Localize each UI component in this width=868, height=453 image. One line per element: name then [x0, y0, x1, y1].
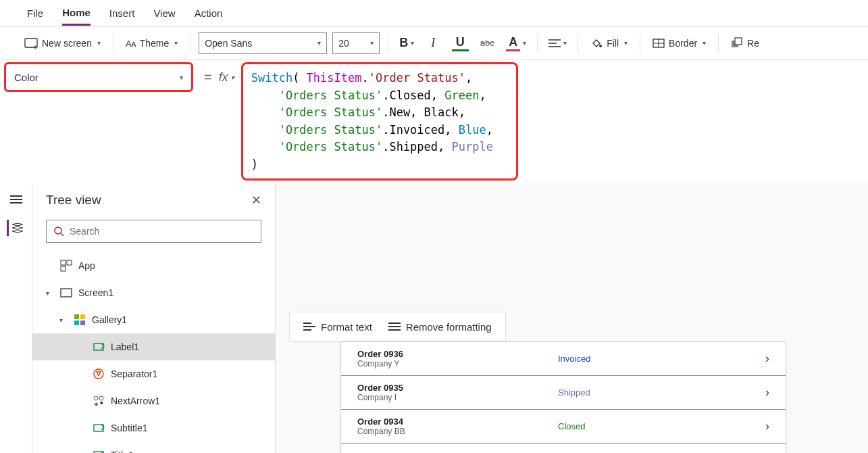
screen-icon — [24, 38, 38, 49]
chevron-right-icon[interactable]: › — [761, 451, 773, 453]
order-subtitle: Company I — [357, 393, 432, 402]
order-title: Order 0934 — [357, 416, 432, 427]
tree-node-separator1[interactable]: Separator1 — [32, 360, 275, 387]
menubar: File Home Insert View Action — [0, 0, 868, 27]
font-select[interactable]: Open Sans ▾ — [199, 32, 327, 54]
tree-view-panel: Tree view ✕ App ▾ Screen1 ▾ — [32, 183, 276, 453]
search-input[interactable] — [70, 226, 254, 237]
tree-label: Subtitle1 — [111, 423, 147, 433]
separator — [640, 34, 640, 53]
menu-insert[interactable]: Insert — [109, 2, 135, 24]
nextarrow-node-icon — [92, 394, 105, 408]
tree-node-nextarrow1[interactable]: NextArrow1 — [32, 387, 275, 414]
strike-icon: abc — [480, 38, 494, 48]
font-size-select[interactable]: 20 ▾ — [332, 32, 380, 54]
chevron-down-icon: ▾ — [180, 74, 183, 81]
tree-node-gallery1[interactable]: ▾ Gallery1 — [32, 306, 275, 333]
bold-icon: B — [399, 36, 408, 50]
left-rail — [0, 183, 32, 453]
order-title: Order 0935 — [357, 383, 432, 393]
chevron-down-icon: ▾ — [624, 39, 628, 47]
remove-formatting-icon — [388, 322, 401, 331]
label-icon — [92, 448, 105, 453]
order-status: Closed — [558, 421, 639, 431]
italic-icon: I — [431, 36, 435, 50]
chevron-down-icon: ▾ — [703, 39, 706, 47]
caret-icon: ▾ — [59, 316, 68, 324]
screen-icon — [59, 286, 73, 300]
svg-rect-20 — [61, 289, 72, 297]
svg-point-27 — [94, 396, 98, 400]
property-select[interactable]: Color ▾ — [4, 62, 193, 92]
underline-button[interactable]: U — [449, 32, 471, 54]
tree-view-rail-icon[interactable] — [7, 220, 23, 236]
fill-button[interactable]: Fill ▾ — [586, 34, 632, 52]
new-screen-label: New screen — [42, 38, 92, 49]
svg-rect-19 — [61, 266, 66, 271]
label-icon — [92, 421, 105, 435]
reorder-label: Re — [747, 38, 759, 49]
chevron-down-icon: ▾ — [563, 39, 567, 47]
new-screen-button[interactable]: New screen ▾ — [20, 35, 105, 51]
menu-view[interactable]: View — [153, 2, 175, 24]
gallery-row[interactable]: Order 0936 Company Y Invoiced › — [341, 342, 786, 376]
strike-button[interactable]: abc — [476, 32, 498, 54]
gallery-preview: Order 0936 Company Y Invoiced › Order 09… — [340, 341, 786, 453]
gallery-row[interactable]: Order 0935 Company I Shipped › — [341, 376, 786, 410]
order-status: Invoiced — [558, 354, 639, 364]
fill-label: Fill — [607, 38, 619, 49]
chevron-down-icon: ▾ — [370, 39, 374, 47]
tree-label: Screen1 — [78, 287, 113, 298]
chevron-down-icon: ▾ — [411, 39, 414, 47]
svg-point-28 — [99, 396, 103, 400]
chevron-right-icon[interactable]: › — [765, 352, 769, 366]
italic-button[interactable]: I — [422, 32, 444, 54]
border-button[interactable]: Border ▾ — [648, 35, 710, 51]
reorder-button[interactable]: Re — [727, 34, 763, 52]
search-box[interactable] — [46, 220, 261, 243]
tree-node-screen1[interactable]: ▾ Screen1 — [32, 279, 275, 306]
tree-node-subtitle1[interactable]: Subtitle1 — [32, 414, 275, 442]
caret-icon: ▾ — [46, 289, 54, 297]
chevron-down-icon: ▾ — [174, 39, 178, 47]
tree-label: Title1 — [111, 450, 134, 453]
formula-editor[interactable]: Switch( ThisItem.'Order Status', 'Orders… — [241, 62, 518, 181]
tree-label: NextArrow1 — [111, 396, 160, 406]
separator — [537, 34, 538, 53]
tree-node-label1[interactable]: Label1 — [32, 333, 275, 360]
remove-formatting-button[interactable]: Remove formatting — [388, 321, 492, 333]
separator-node-icon — [92, 367, 105, 381]
property-value: Color — [14, 72, 39, 83]
separator — [388, 34, 388, 53]
svg-point-15 — [55, 227, 61, 234]
bold-button[interactable]: B ▾ — [397, 32, 417, 54]
tree-label: Separator1 — [111, 368, 157, 379]
tree-node-title1[interactable]: Title1 — [32, 442, 275, 453]
tree-node-app[interactable]: App — [32, 252, 275, 279]
chevron-down-icon: ▾ — [231, 74, 234, 81]
gallery-row[interactable]: Order 0933 New › — [341, 444, 786, 453]
chevron-right-icon[interactable]: › — [765, 385, 769, 400]
format-text-button[interactable]: Format text — [303, 321, 372, 333]
align-button[interactable]: ▾ — [546, 32, 569, 54]
order-title: Order 0936 — [357, 349, 432, 359]
svg-rect-24 — [80, 320, 85, 325]
menu-file[interactable]: File — [27, 2, 43, 24]
chevron-right-icon[interactable]: › — [765, 419, 769, 433]
svg-rect-23 — [74, 320, 79, 325]
svg-rect-17 — [61, 260, 66, 265]
close-icon[interactable]: ✕ — [251, 193, 261, 208]
fx-button[interactable]: fx ▾ — [219, 70, 234, 85]
formula-format-bar: Format text Remove formatting — [289, 312, 506, 341]
theme-icon — [126, 38, 136, 49]
gallery-row[interactable]: Order 0934 Company BB Closed › — [341, 410, 786, 444]
separator — [190, 34, 190, 53]
hamburger-icon[interactable] — [8, 191, 24, 208]
theme-button[interactable]: Theme ▾ — [122, 35, 182, 51]
format-text-label: Format text — [321, 321, 372, 333]
menu-home[interactable]: Home — [62, 1, 91, 26]
menu-action[interactable]: Action — [195, 2, 223, 24]
align-icon — [548, 39, 561, 48]
separator — [578, 34, 578, 53]
font-color-button[interactable]: A ▾ — [503, 32, 529, 54]
